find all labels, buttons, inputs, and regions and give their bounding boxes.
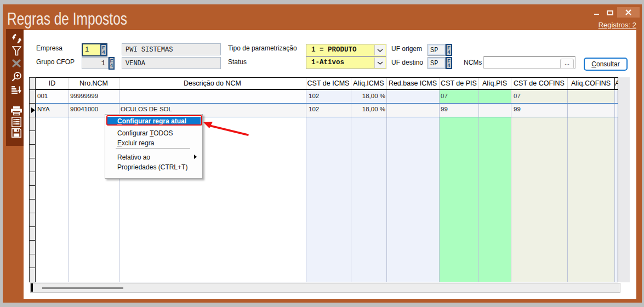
svg-text:Regras de Impostos: Regras de Impostos xyxy=(7,9,127,29)
